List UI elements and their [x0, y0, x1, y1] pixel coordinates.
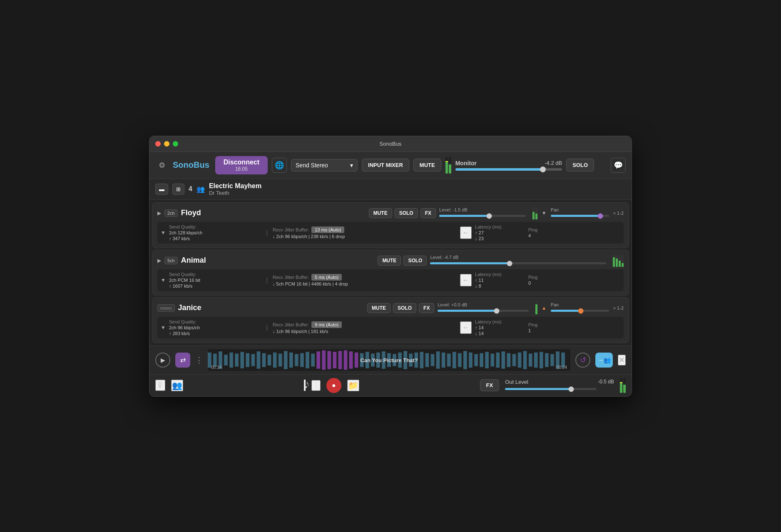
record-button[interactable]: ●: [326, 378, 341, 393]
svg-rect-26: [349, 351, 353, 369]
peer-expand-animal[interactable]: ▶: [157, 258, 161, 264]
peer-level-slider-animal[interactable]: [430, 261, 606, 266]
peer-expand-details-janice[interactable]: ▼: [161, 325, 166, 331]
latency-arrow-floyd[interactable]: ←: [460, 226, 472, 239]
svg-rect-16: [295, 354, 298, 366]
metronome-button[interactable]: 𝅘𝅥𝅮: [304, 380, 306, 391]
peer-level-slider-floyd[interactable]: [439, 213, 526, 219]
ping-label-floyd: Ping: [528, 227, 620, 232]
settings-button[interactable]: ⚙: [155, 159, 169, 172]
users-button[interactable]: 👥: [171, 380, 183, 391]
latency-arrow-janice[interactable]: ←: [460, 321, 472, 334]
svg-rect-57: [518, 352, 522, 367]
send-stereo-select[interactable]: Send Stereo ▾: [291, 159, 358, 172]
peer-ch-animal: 5ch: [164, 257, 178, 264]
peer-level-slider-janice[interactable]: [438, 308, 528, 314]
svg-rect-23: [333, 352, 336, 368]
transport-dots-button[interactable]: ⋮: [195, 355, 203, 365]
svg-rect-1: [213, 353, 217, 366]
microphone-button[interactable]: 🎙: [155, 380, 165, 391]
peer-fx-janice[interactable]: FX: [419, 303, 434, 313]
send-quality-val-janice: 2ch 96 kbps/ch: [169, 325, 261, 330]
send-quality-label-floyd: Send Quality:: [169, 224, 261, 229]
peer-row-main-janice: mono Janice MUTE SOLO FX Level: +0.0 dB: [157, 302, 624, 314]
monitor-db: -4.2 dB: [545, 160, 562, 166]
layout-btn-1[interactable]: ▬: [155, 184, 168, 195]
latency-up-animal: ↑ 11: [475, 278, 525, 283]
latency-label-animal: Latency (ms): [475, 272, 525, 277]
output-vu-meter: [620, 378, 626, 393]
loop-icon: ⇄: [180, 356, 186, 364]
peer-mute-janice[interactable]: MUTE: [367, 303, 390, 313]
peer-solo-floyd[interactable]: SOLO: [395, 208, 418, 218]
latency-arrow-animal[interactable]: ←: [460, 274, 472, 286]
chat-icon: 💬: [614, 161, 623, 170]
chat-button[interactable]: 💬: [611, 158, 626, 173]
send-quality-label-animal: Send Quality:: [169, 272, 261, 277]
svg-rect-46: [458, 353, 462, 367]
waveform-area[interactable]: Can You Picture That? 00:14 00:24: [208, 349, 570, 371]
peer-expand-details-animal[interactable]: ▼: [161, 277, 166, 283]
send-users-icon: →👥: [598, 357, 611, 363]
svg-rect-45: [453, 352, 456, 368]
bottom-bar: 🎙 👥 𝅘𝅥𝅮 ⋮ ● 📁 FX Out Level -0.5 dB: [149, 374, 632, 396]
peer-mute-floyd[interactable]: MUTE: [369, 208, 392, 218]
peer-pan-slider-janice[interactable]: [551, 308, 609, 314]
ping-val-floyd: 4: [528, 233, 620, 238]
send-quality-label-janice: Send Quality:: [169, 319, 261, 324]
svg-rect-20: [316, 351, 320, 369]
svg-rect-31: [376, 352, 380, 367]
peer-expand-floyd[interactable]: ▶: [157, 210, 161, 216]
peer-mute-animal[interactable]: MUTE: [378, 256, 401, 266]
svg-rect-41: [431, 354, 435, 366]
svg-rect-27: [355, 352, 358, 367]
peer-controls-floyd: MUTE SOLO FX: [369, 208, 436, 218]
spinner-button[interactable]: ↺: [575, 353, 590, 368]
play-button[interactable]: ▶: [155, 353, 170, 368]
monitor-label: Monitor: [455, 160, 477, 167]
svg-rect-32: [382, 351, 386, 369]
latency-up-janice: ↑ 14: [475, 325, 525, 330]
minimize-window-btn[interactable]: [164, 141, 169, 147]
more-button[interactable]: ⋮: [311, 380, 321, 391]
svg-rect-48: [469, 352, 473, 367]
folder-button[interactable]: 📁: [347, 380, 359, 391]
monitor-slider-thumb[interactable]: [540, 167, 546, 172]
network-button[interactable]: 🌐: [272, 158, 287, 173]
monitor-slider[interactable]: [455, 168, 562, 171]
peer-solo-animal[interactable]: SOLO: [403, 256, 427, 266]
close-transport-button[interactable]: ✕: [618, 355, 626, 365]
out-level-slider[interactable]: [505, 386, 597, 392]
mute-button[interactable]: MUTE: [413, 159, 441, 172]
peer-pan-slider-floyd[interactable]: [551, 213, 609, 219]
svg-rect-9: [257, 351, 261, 369]
session-sub: Dr Teeth: [209, 190, 261, 196]
peer-solo-janice[interactable]: SOLO: [393, 303, 416, 313]
peer-fx-floyd[interactable]: FX: [420, 208, 436, 218]
svg-rect-49: [474, 354, 478, 366]
ping-val-janice: 1: [528, 328, 620, 333]
close-window-btn[interactable]: [155, 141, 161, 147]
divider1-janice: |: [266, 324, 268, 331]
svg-rect-18: [306, 352, 309, 368]
svg-rect-44: [447, 353, 451, 366]
record-icon: ●: [332, 382, 336, 389]
vu-bar-2: [449, 157, 451, 174]
send-users-button[interactable]: →👥: [595, 353, 613, 368]
input-mixer-button[interactable]: INPUT MIXER: [362, 159, 409, 172]
peer-expand-details-floyd[interactable]: ▼: [161, 230, 166, 236]
maximize-window-btn[interactable]: [173, 141, 178, 147]
svg-rect-47: [463, 351, 467, 369]
svg-rect-25: [344, 350, 348, 370]
loop-button[interactable]: ⇄: [175, 353, 190, 368]
fx-button[interactable]: FX: [480, 379, 500, 391]
solo-button[interactable]: SOLO: [566, 159, 594, 172]
svg-rect-53: [496, 352, 500, 367]
svg-rect-54: [502, 351, 505, 369]
svg-rect-13: [279, 353, 282, 366]
session-count: 4: [189, 185, 192, 193]
layout-btn-2[interactable]: ⊞: [172, 184, 184, 195]
disconnect-button[interactable]: Disconnect 16:05: [215, 156, 268, 174]
svg-rect-29: [366, 352, 369, 368]
svg-rect-36: [403, 351, 407, 369]
